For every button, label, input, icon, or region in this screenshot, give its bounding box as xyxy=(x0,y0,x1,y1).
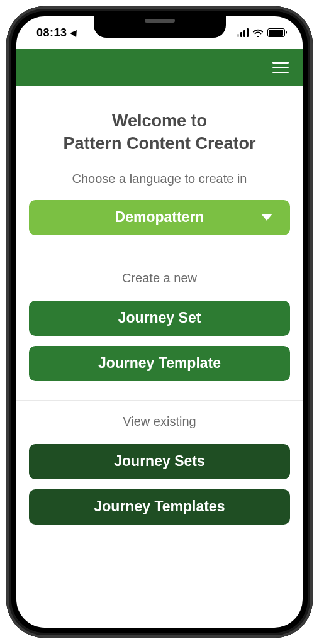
view-journey-templates-button[interactable]: Journey Templates xyxy=(29,489,290,525)
location-icon xyxy=(70,28,80,37)
app-header xyxy=(16,49,303,86)
welcome-section: Welcome to Pattern Content Creator Choos… xyxy=(16,86,303,257)
title-line-2: Pattern Content Creator xyxy=(63,134,255,153)
dropdown-selected-value: Demopattern xyxy=(115,209,204,226)
create-new-section: Create a new Journey Set Journey Templat… xyxy=(16,257,303,401)
view-journey-sets-button[interactable]: Journey Sets xyxy=(29,444,290,479)
phone-frame: 08:13 xyxy=(6,6,313,638)
status-left: 08:13 xyxy=(36,26,79,40)
wifi-icon xyxy=(252,28,264,37)
status-right xyxy=(237,28,285,37)
page-title: Welcome to Pattern Content Creator xyxy=(29,109,290,155)
status-time: 08:13 xyxy=(36,26,67,40)
title-line-1: Welcome to xyxy=(112,111,207,130)
button-label: Journey Set xyxy=(118,309,201,326)
phone-screen: 08:13 xyxy=(16,16,303,628)
choose-language-label: Choose a language to create in xyxy=(29,172,290,186)
phone-notch xyxy=(94,16,226,38)
view-existing-label: View existing xyxy=(29,414,290,429)
create-new-label: Create a new xyxy=(29,271,290,286)
create-journey-set-button[interactable]: Journey Set xyxy=(29,301,290,336)
battery-icon xyxy=(267,28,285,37)
hamburger-menu-icon[interactable] xyxy=(272,62,289,73)
language-dropdown[interactable]: Demopattern xyxy=(29,200,290,235)
button-label: Journey Template xyxy=(98,355,221,372)
create-journey-template-button[interactable]: Journey Template xyxy=(29,346,290,381)
button-label: Journey Sets xyxy=(114,453,204,470)
speaker-bar xyxy=(145,19,175,23)
signal-icon xyxy=(237,28,249,37)
button-label: Journey Templates xyxy=(94,498,225,515)
main-content: Welcome to Pattern Content Creator Choos… xyxy=(16,86,303,543)
chevron-down-icon xyxy=(261,214,272,221)
view-existing-section: View existing Journey Sets Journey Templ… xyxy=(16,401,303,543)
